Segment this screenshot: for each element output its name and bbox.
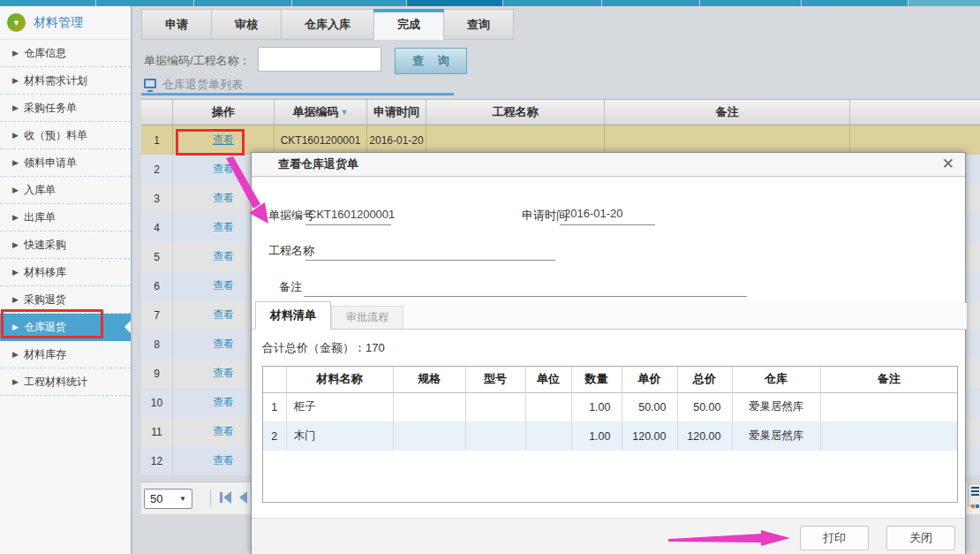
- sidebar-item[interactable]: ▶材料需求计划: [0, 67, 131, 95]
- first-page-icon[interactable]: [219, 491, 231, 504]
- view-link[interactable]: 查看: [213, 366, 234, 381]
- tab-inactive[interactable]: 审核: [212, 9, 282, 40]
- sidebar-item[interactable]: ▶工程材料统计: [0, 368, 131, 396]
- sidebar-header-label: 材料管理: [34, 15, 83, 31]
- dialog-tab-inactive[interactable]: 审批流程: [331, 306, 403, 329]
- page-size-value: 50: [150, 492, 162, 505]
- sidebar-item[interactable]: ▶材料库存: [0, 341, 131, 368]
- material-cell: [465, 392, 525, 421]
- sidebar-item[interactable]: ▶材料移库: [0, 259, 131, 286]
- sidebar-item[interactable]: ▶领料申请单: [0, 149, 131, 177]
- material-cell: 爱巢居然库: [732, 392, 820, 421]
- sidebar-divider: [131, 6, 132, 554]
- workflow-tabs: 申请审核仓库入库完成查询: [141, 9, 514, 40]
- chevron-down-circle-icon: ▼: [7, 13, 26, 32]
- material-cell: 1.00: [571, 421, 622, 451]
- view-link[interactable]: 查看: [213, 220, 234, 235]
- material-cell: [820, 421, 957, 451]
- view-link[interactable]: 查看: [213, 278, 234, 293]
- row-number: 3: [141, 184, 173, 213]
- dialog-titlebar: 查看仓库退货单 ✕: [252, 153, 965, 177]
- view-link[interactable]: 查看: [213, 162, 234, 177]
- header-action[interactable]: 操作: [173, 100, 275, 125]
- row-number: 2: [141, 155, 173, 184]
- sidebar-item[interactable]: ▶入库单: [0, 177, 131, 204]
- search-input[interactable]: [258, 47, 381, 72]
- top-strip-segment: [96, 0, 194, 6]
- caret-right-icon: ▶: [12, 377, 19, 386]
- top-strip-segment: [802, 0, 908, 6]
- material-row: 1柜子1.0050.0050.00爱巢居然库: [263, 392, 957, 421]
- row-number: 11: [141, 417, 173, 446]
- tab-active[interactable]: 完成: [374, 9, 444, 40]
- clipped-dock-icon[interactable]: [968, 483, 980, 506]
- view-link[interactable]: 查看: [213, 307, 234, 323]
- view-link[interactable]: 查看: [213, 249, 234, 264]
- row-number: 6: [141, 271, 173, 300]
- dialog-tab-active[interactable]: 材料清单: [255, 301, 331, 330]
- material-cell: [820, 392, 957, 421]
- note-cell: [605, 125, 850, 155]
- prev-page-icon[interactable]: [238, 491, 249, 504]
- sidebar-item-label: 材料需求计划: [24, 73, 87, 88]
- header-date[interactable]: 申请时间: [367, 100, 426, 125]
- search-button[interactable]: 查 询: [395, 48, 467, 74]
- material-cell: [465, 421, 525, 451]
- row-number: 8: [141, 330, 173, 359]
- dialog-footer: 打印 关闭: [252, 518, 965, 554]
- note-field-underline: [304, 296, 747, 297]
- view-link[interactable]: 查看: [213, 395, 234, 410]
- header-code[interactable]: 单据编码▼: [275, 100, 367, 125]
- top-menu-strip: [0, 0, 980, 6]
- sidebar-item-label: 领料申请单: [24, 156, 77, 171]
- material-cell: 50.00: [677, 392, 732, 421]
- sidebar-item[interactable]: ▶采购任务单: [0, 95, 131, 122]
- code-field-underline: [305, 224, 391, 225]
- row-number: 9: [141, 359, 173, 388]
- page-size-select[interactable]: 50 ▼: [144, 489, 192, 509]
- view-link[interactable]: 查看: [213, 453, 234, 468]
- top-strip-segment: [908, 0, 980, 6]
- tab-inactive[interactable]: 查询: [444, 9, 514, 40]
- sidebar-item[interactable]: ▶仓库信息: [0, 40, 131, 67]
- sidebar-item[interactable]: ▶收（预）料单: [0, 122, 131, 149]
- mh-total: 总价: [677, 367, 732, 392]
- view-link[interactable]: 查看: [213, 337, 234, 352]
- material-cell: 爱巢居然库: [732, 421, 820, 451]
- row-number: 4: [141, 213, 173, 242]
- sidebar-item-label: 材料移库: [24, 265, 66, 280]
- mh-rownum: [263, 367, 286, 392]
- material-cell: [393, 392, 465, 421]
- mh-warehouse: 仓库: [732, 367, 820, 392]
- project-field-label: 工程名称: [268, 243, 314, 259]
- section-underline: [141, 93, 454, 95]
- tab-inactive[interactable]: 仓库入库: [282, 9, 374, 40]
- sidebar-header[interactable]: ▼ 材料管理: [0, 6, 131, 40]
- material-list-table: 材料名称 规格 型号 单位 数量 单价 总价 仓库 备注 1柜子1.0050.0…: [262, 366, 958, 503]
- view-return-order-dialog: 查看仓库退货单 ✕ 单据编号 CKT1601200001 申请时间 2016-0…: [251, 152, 966, 554]
- caret-right-icon: ▶: [12, 295, 19, 304]
- pagination-separator: [210, 489, 211, 507]
- material-cell: 柜子: [286, 392, 393, 421]
- close-icon[interactable]: ✕: [942, 156, 954, 173]
- project-cell: [426, 125, 605, 155]
- view-link[interactable]: 查看: [213, 191, 234, 206]
- annotation-highlight-view-link: [176, 129, 245, 156]
- caret-right-icon: ▶: [12, 131, 19, 140]
- sidebar-item[interactable]: ▶快速采购: [0, 231, 131, 259]
- print-button[interactable]: 打印: [800, 526, 869, 550]
- list-section-title: 仓库退货单列表: [162, 77, 243, 93]
- sidebar-item[interactable]: ▶出库单: [0, 204, 131, 231]
- header-project[interactable]: 工程名称: [426, 100, 605, 125]
- row-number: 5: [141, 242, 173, 271]
- header-note[interactable]: 备注: [605, 100, 850, 125]
- material-cell: 1.00: [571, 392, 622, 421]
- caret-right-icon: ▶: [12, 76, 19, 85]
- close-button[interactable]: 关闭: [886, 526, 955, 550]
- material-cell: 2: [263, 421, 286, 451]
- tab-inactive[interactable]: 申请: [141, 9, 212, 40]
- view-link[interactable]: 查看: [213, 424, 234, 439]
- sidebar-item-label: 入库单: [24, 183, 56, 198]
- dialog-title: 查看仓库退货单: [278, 156, 358, 172]
- mh-spec: 规格: [393, 367, 465, 392]
